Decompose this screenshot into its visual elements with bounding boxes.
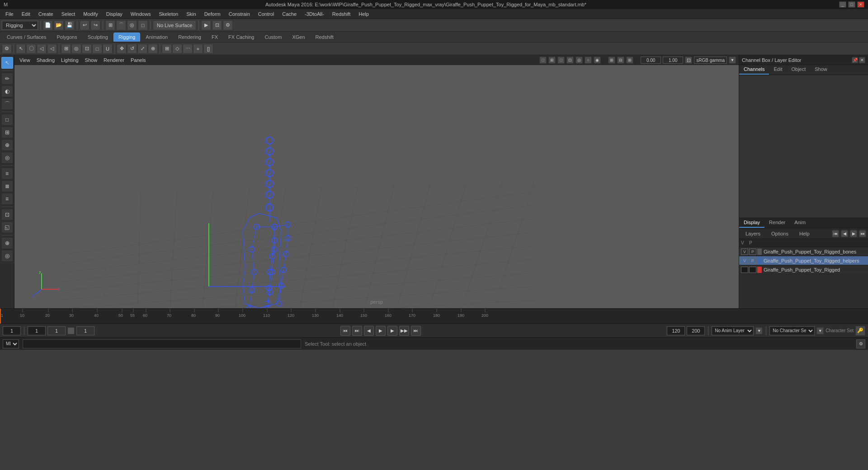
tab-polygons[interactable]: Polygons xyxy=(52,33,82,42)
layer-p-helpers[interactable]: P xyxy=(749,258,756,264)
universal-tool-button[interactable]: ⊕ xyxy=(148,44,158,54)
range-end-input[interactable] xyxy=(76,326,94,335)
marquee-tool-button[interactable]: ◁ xyxy=(47,44,57,54)
vp-icon-1[interactable]: □ xyxy=(539,56,547,64)
end-frame-input[interactable]: 200 xyxy=(687,326,705,335)
play-btn[interactable]: ▶ xyxy=(376,326,386,336)
display-tab[interactable]: Display xyxy=(739,218,764,228)
layer-p-rigged[interactable] xyxy=(749,267,756,273)
script-mode-select[interactable]: MEL Python xyxy=(3,339,19,348)
menu-3dtoall[interactable]: -3DtoAll- xyxy=(301,10,328,18)
vp-icon-9[interactable]: ⊟ xyxy=(617,56,624,64)
menu-skin[interactable]: Skin xyxy=(183,10,199,18)
current-frame-input[interactable]: 1 xyxy=(3,326,21,335)
layer-ref-btn[interactable]: ≡ xyxy=(1,193,13,205)
vp-icon-8[interactable]: ⊞ xyxy=(608,56,615,64)
go-end-btn[interactable]: ⏭ xyxy=(411,326,421,336)
layers-menu[interactable]: Layers xyxy=(741,230,765,238)
open-button[interactable]: 📂 xyxy=(54,20,64,30)
range-start-input[interactable]: 1 xyxy=(47,326,66,335)
color-mode-btn[interactable]: ⊡ xyxy=(685,56,692,64)
menu-control[interactable]: Control xyxy=(255,10,278,18)
maximize-button[interactable]: □ xyxy=(848,1,855,8)
panels-menu[interactable]: Panels xyxy=(128,57,148,63)
bracket-button[interactable]: [] xyxy=(203,44,213,54)
tab-redshift[interactable]: Redshift xyxy=(311,33,339,42)
layer-nav-btn-2[interactable]: ◀ xyxy=(841,230,848,237)
vp-icon-5[interactable]: ◎ xyxy=(576,56,583,64)
tab-curves-surfaces[interactable]: Curves / Surfaces xyxy=(2,33,51,42)
render-settings-button[interactable]: ⚙ xyxy=(223,20,233,30)
layer-vis-btn[interactable]: ≡ xyxy=(1,168,13,179)
layer-template-btn[interactable]: ≣ xyxy=(1,180,13,192)
menu-windows[interactable]: Windows xyxy=(127,10,155,18)
command-input[interactable] xyxy=(23,339,301,348)
object-tab[interactable]: Object xyxy=(787,65,810,75)
new-scene-button[interactable]: 📄 xyxy=(43,20,53,30)
vp-icon-6[interactable]: ○ xyxy=(585,56,592,64)
paint-tool-button[interactable]: ◁ xyxy=(37,44,47,54)
view-menu[interactable]: View xyxy=(17,57,33,63)
soft-select-button[interactable]: ⋯ xyxy=(183,44,193,54)
layer-nav-btn-3[interactable]: ▶ xyxy=(850,230,857,237)
edge-mode-button[interactable]: ⊡ xyxy=(82,44,92,54)
misc-btn-1[interactable]: ⊕ xyxy=(1,237,13,249)
redo-button[interactable]: ↪ xyxy=(90,20,100,30)
help-menu[interactable]: Help xyxy=(795,230,814,238)
shading-menu[interactable]: Shading xyxy=(34,57,57,63)
snap-grid-button[interactable]: ⊞ xyxy=(105,20,115,30)
render-tab[interactable]: Render xyxy=(764,218,790,228)
face-mode-button[interactable]: □ xyxy=(92,44,102,54)
render-pass-btn[interactable]: ◱ xyxy=(1,221,13,233)
no-anim-layer-select[interactable]: No Anim Layer xyxy=(712,326,754,335)
scale-tool-button[interactable]: ⤢ xyxy=(137,44,147,54)
lighting-menu[interactable]: Lighting xyxy=(59,57,81,63)
menu-edit[interactable]: Edit xyxy=(18,10,34,18)
vertex-mode-button[interactable]: ◎ xyxy=(71,44,81,54)
next-frame-btn[interactable]: ▶ xyxy=(387,326,397,336)
no-live-surface-button[interactable]: No Live Surface xyxy=(153,20,196,30)
tab-custom[interactable]: Custom xyxy=(260,33,287,42)
rotate-tool-button[interactable]: ↺ xyxy=(127,44,137,54)
menu-skeleton[interactable]: Skeleton xyxy=(155,10,182,18)
curve-button[interactable]: ⌒ xyxy=(1,98,13,110)
menu-create[interactable]: Create xyxy=(35,10,57,18)
minimize-button[interactable]: _ xyxy=(839,1,846,8)
layer-row-helpers[interactable]: V P Giraffe_Push_Puppet_Toy_Rigged_helpe… xyxy=(739,256,868,265)
mode-selector[interactable]: Rigging Modeling Animation xyxy=(2,21,38,30)
misc-btn-2[interactable]: ◎ xyxy=(1,250,13,262)
prev-frame-btn[interactable]: ◀ xyxy=(364,326,374,336)
range-end-display[interactable] xyxy=(667,326,685,335)
save-button[interactable]: 💾 xyxy=(65,20,75,30)
uv-mode-button[interactable]: U xyxy=(103,44,113,54)
select-tool-button[interactable]: ↖ xyxy=(16,44,26,54)
component-mode-button[interactable]: ⊞ xyxy=(61,44,71,54)
next-key-btn[interactable]: ▶▶ xyxy=(399,326,409,336)
panel-close-btn[interactable]: ✕ xyxy=(859,57,865,63)
sculpt-button[interactable]: ◐ xyxy=(1,85,13,97)
tab-fx[interactable]: FX xyxy=(207,33,223,42)
options-menu[interactable]: Options xyxy=(767,230,793,238)
edit-tab[interactable]: Edit xyxy=(769,65,787,75)
no-character-set-select[interactable]: No Character Set xyxy=(769,326,815,335)
pivot-btn[interactable]: ⊕ xyxy=(1,139,13,151)
tab-rigging[interactable]: Rigging xyxy=(113,33,140,42)
isolate-btn[interactable]: ◎ xyxy=(1,152,13,164)
layer-nav-btn-1[interactable]: ⏮ xyxy=(832,230,839,237)
channels-tab[interactable]: Channels xyxy=(739,65,769,75)
menu-display[interactable]: Display xyxy=(103,10,126,18)
layer-row-rigged[interactable]: Giraffe_Push_Puppet_Toy_Rigged xyxy=(739,265,868,274)
tab-xgen[interactable]: XGen xyxy=(287,33,310,42)
tab-rendering[interactable]: Rendering xyxy=(173,33,206,42)
viewport[interactable]: View Shading Lighting Show Renderer Pane… xyxy=(14,55,739,308)
menu-modify[interactable]: Modify xyxy=(80,10,101,18)
tab-sculpting[interactable]: Sculpting xyxy=(83,33,113,42)
range-color-btn[interactable] xyxy=(67,327,75,334)
timeline-ruler[interactable]: 1 10 20 30 40 50 55 60 70 80 9 xyxy=(0,309,868,324)
menu-file[interactable]: File xyxy=(2,10,17,18)
vp-icon-7[interactable]: ◉ xyxy=(594,56,601,64)
snap-point-button[interactable]: ◎ xyxy=(127,20,137,30)
select-mode-button[interactable]: ↖ xyxy=(1,57,13,69)
auto-key-btn[interactable]: 🔑 xyxy=(855,326,865,336)
snap-curve-button[interactable]: ⌒ xyxy=(116,20,126,30)
